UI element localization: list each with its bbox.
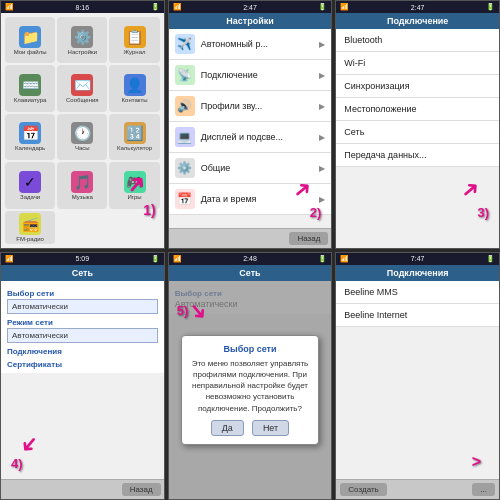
app-icon-img: ⌨️	[19, 74, 41, 96]
screen2-back-button[interactable]: Назад	[289, 232, 328, 245]
connection-item[interactable]: Местоположение	[336, 98, 499, 121]
app-icon-музыка[interactable]: 🎵 Музыка	[57, 162, 107, 208]
app-icon-fm-радио[interactable]: 📻 FM-радио	[5, 211, 55, 244]
network-field-value[interactable]: Автоматически	[7, 299, 158, 314]
app-icon-часы[interactable]: 🕐 Часы	[57, 114, 107, 160]
app-icon-label: Журнал	[124, 49, 146, 55]
settings-item[interactable]: 💻 Дисплей и подсве... ▶	[169, 122, 332, 153]
screen2-title: Настройки	[169, 13, 332, 29]
dialog-overlay: Выбор сети Это меню позволяет управлять …	[169, 281, 332, 500]
screen6-battery: 🔋	[486, 255, 495, 263]
connection-item[interactable]: Wi-Fi	[336, 52, 499, 75]
app-icon-img: 📁	[19, 26, 41, 48]
settings-item[interactable]: 📡 Подключение ▶	[169, 60, 332, 91]
screen-2-settings: 📶 2:47 🔋 Настройки ✈️ Автономный р... ▶📡…	[168, 0, 333, 249]
settings-item-arrow: ▶	[319, 195, 325, 204]
settings-item[interactable]: 📅 Дата и время ▶	[169, 184, 332, 215]
screen1-time: 8:16	[76, 4, 90, 11]
screen4-signal: 📶	[5, 255, 14, 263]
app-icon-контакты[interactable]: 👤 Контакты	[109, 65, 159, 111]
dialog-buttons: Да Нет	[190, 420, 310, 436]
settings-item-text: Профили зву...	[201, 101, 314, 111]
connection-item[interactable]: Передача данных...	[336, 144, 499, 167]
screen5-time: 2:48	[243, 255, 257, 262]
screen4-bottom: Назад	[1, 479, 164, 499]
app-icon-сообщения[interactable]: ✉️ Сообщения	[57, 65, 107, 111]
screen4-content: Выбор сетиАвтоматическиРежим сетиАвтомат…	[1, 281, 164, 480]
settings-item-icon: ✈️	[175, 34, 195, 54]
connection-item[interactable]: Bluetooth	[336, 29, 499, 52]
screen-1-home: 📶 8:16 🔋 📁 Мои файлы⚙️ Настройки📋 Журнал…	[0, 0, 165, 249]
settings-item-icon: 💻	[175, 127, 195, 147]
app-icon-игры[interactable]: 🎮 Игры	[109, 162, 159, 208]
app-icon-label: Настройки	[68, 49, 97, 55]
app-icon-label: Часы	[75, 145, 90, 151]
screen6-create-button[interactable]: Создать	[340, 483, 386, 496]
settings-item[interactable]: ✈️ Автономный р... ▶	[169, 29, 332, 60]
app-icon-label: Музыка	[72, 194, 93, 200]
app-icon-img: 🎮	[124, 171, 146, 193]
app-icon-img: 🎵	[71, 171, 93, 193]
app-icon-label: Сообщения	[66, 97, 99, 103]
screen2-bottom: Назад	[169, 228, 332, 248]
app-icon-label: Игры	[127, 194, 141, 200]
screen5-title: Сеть	[169, 265, 332, 281]
app-icon-клавиатура[interactable]: ⌨️ Клавиатура	[5, 65, 55, 111]
settings-item-arrow: ▶	[319, 133, 325, 142]
app-icon-img: 🕐	[71, 122, 93, 144]
app-icon-img: ⚙️	[71, 26, 93, 48]
connection-item[interactable]: Сеть	[336, 121, 499, 144]
app-icon-img: 📅	[19, 122, 41, 144]
screen2-status-bar: 📶 2:47 🔋	[169, 1, 332, 13]
network-field-label: Режим сети	[7, 318, 158, 327]
app-icon-img: ✓	[19, 171, 41, 193]
screen3-battery: 🔋	[486, 3, 495, 11]
connections-sub-list: Beeline MMSBeeline Internet	[336, 281, 499, 327]
app-icon-img: 👤	[124, 74, 146, 96]
screen4-back-button[interactable]: Назад	[122, 483, 161, 496]
settings-item-arrow: ▶	[319, 102, 325, 111]
connection-item[interactable]: Синхронизация	[336, 75, 499, 98]
settings-item-icon: 🔊	[175, 96, 195, 116]
screen2-battery: 🔋	[318, 3, 327, 11]
app-icon-label: Калькулятор	[117, 145, 152, 151]
screen5-battery: 🔋	[318, 255, 327, 263]
screen3-title: Подключение	[336, 13, 499, 29]
connection-sub-item[interactable]: Beeline MMS	[336, 281, 499, 304]
screen6-more-button[interactable]: ...	[472, 483, 495, 496]
app-icon-label: Клавиатура	[14, 97, 47, 103]
app-icon-мои-файлы[interactable]: 📁 Мои файлы	[5, 17, 55, 63]
network-fields: Выбор сетиАвтоматическиРежим сетиАвтомат…	[1, 281, 164, 373]
screen6-title: Подключения	[336, 265, 499, 281]
screen1-battery: 🔋	[151, 3, 160, 11]
screen4-title: Сеть	[1, 265, 164, 281]
settings-item-text: Дисплей и подсве...	[201, 132, 314, 142]
screen1-signal: 📶	[5, 3, 14, 11]
network-field-value[interactable]: Автоматически	[7, 328, 158, 343]
app-icon-label: Контакты	[122, 97, 148, 103]
dialog-no-button[interactable]: Нет	[252, 420, 289, 436]
settings-item[interactable]: ⚙️ Общие ▶	[169, 153, 332, 184]
screen5-signal: 📶	[173, 255, 182, 263]
app-icon-журнал[interactable]: 📋 Журнал	[109, 17, 159, 63]
app-icon-настройки[interactable]: ⚙️ Настройки	[57, 17, 107, 63]
screen4-status-bar: 📶 5:09 🔋	[1, 253, 164, 265]
settings-item-text: Дата и время	[201, 194, 314, 204]
screen-5-dialog: 📶 2:48 🔋 Сеть Выбор сети Автоматически В…	[168, 252, 333, 501]
screen4-battery: 🔋	[151, 255, 160, 263]
app-icon-калькулятор[interactable]: 🔢 Калькулятор	[109, 114, 159, 160]
app-icon-календарь[interactable]: 📅 Календарь	[5, 114, 55, 160]
screen6-time: 7:47	[411, 255, 425, 262]
app-icon-img: 📋	[124, 26, 146, 48]
app-icon-задачи[interactable]: ✓ Задачи	[5, 162, 55, 208]
settings-item-icon: ⚙️	[175, 158, 195, 178]
app-icon-img: 📻	[19, 213, 41, 235]
screen4-time: 5:09	[76, 255, 90, 262]
network-field-label: Сертификаты	[7, 360, 158, 369]
screen2-content: ✈️ Автономный р... ▶📡 Подключение ▶🔊 Про…	[169, 29, 332, 228]
network-field-label: Подключения	[7, 347, 158, 356]
settings-item[interactable]: 🔊 Профили зву... ▶	[169, 91, 332, 122]
dialog-yes-button[interactable]: Да	[211, 420, 244, 436]
connection-sub-item[interactable]: Beeline Internet	[336, 304, 499, 327]
screen1-content: 📁 Мои файлы⚙️ Настройки📋 Журнал⌨️ Клавиа…	[1, 13, 164, 248]
